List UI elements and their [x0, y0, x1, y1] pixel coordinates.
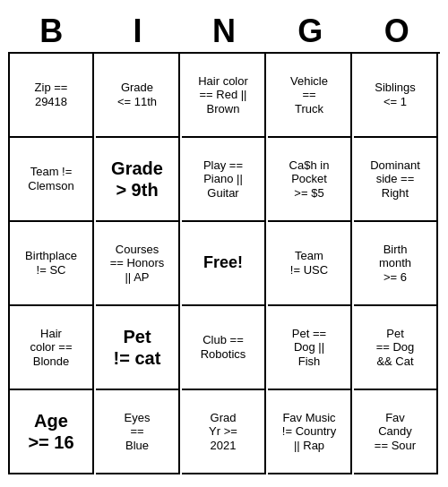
bingo-cell-3: Vehicle==Truck — [268, 54, 352, 138]
bingo-cell-15: Haircolor ==Blonde — [10, 306, 94, 390]
header-letter-o: O — [355, 13, 439, 50]
bingo-cell-7: Play ==Piano ||Guitar — [182, 138, 266, 222]
bingo-cell-4: Siblings<= 1 — [354, 54, 438, 138]
bingo-cell-18: Pet ==Dog ||Fish — [268, 306, 352, 390]
bingo-cell-22: GradYr >=2021 — [182, 390, 266, 474]
bingo-board: BINGO Zip ==29418Grade<= 11thHair color=… — [4, 9, 444, 478]
header-letter-g: G — [268, 13, 352, 50]
bingo-cell-14: Birthmonth>= 6 — [354, 222, 438, 306]
bingo-grid: Zip ==29418Grade<= 11thHair color== Red … — [8, 52, 440, 474]
bingo-cell-0: Zip ==29418 — [10, 54, 94, 138]
bingo-cell-17: Club ==Robotics — [182, 306, 266, 390]
bingo-cell-19: Pet== Dog&& Cat — [354, 306, 438, 390]
bingo-cell-6: Grade> 9th — [96, 138, 180, 222]
header-letter-i: I — [96, 13, 180, 50]
bingo-cell-11: Courses== Honors|| AP — [96, 222, 180, 306]
bingo-header: BINGO — [8, 13, 440, 50]
bingo-cell-24: FavCandy== Sour — [354, 390, 438, 474]
header-letter-b: B — [9, 13, 93, 50]
bingo-cell-20: Age>= 16 — [10, 390, 94, 474]
bingo-cell-13: Team!= USC — [268, 222, 352, 306]
bingo-cell-1: Grade<= 11th — [96, 54, 180, 138]
bingo-cell-8: Ca$h inPocket>= $5 — [268, 138, 352, 222]
bingo-cell-5: Team !=Clemson — [10, 138, 94, 222]
bingo-cell-21: Eyes==Blue — [96, 390, 180, 474]
header-letter-n: N — [182, 13, 266, 50]
bingo-cell-16: Pet!= cat — [96, 306, 180, 390]
bingo-cell-23: Fav Music!= Country|| Rap — [268, 390, 352, 474]
bingo-cell-2: Hair color== Red ||Brown — [182, 54, 266, 138]
bingo-cell-9: Dominantside ==Right — [354, 138, 438, 222]
bingo-cell-12: Free! — [182, 222, 266, 306]
bingo-cell-10: Birthplace!= SC — [10, 222, 94, 306]
